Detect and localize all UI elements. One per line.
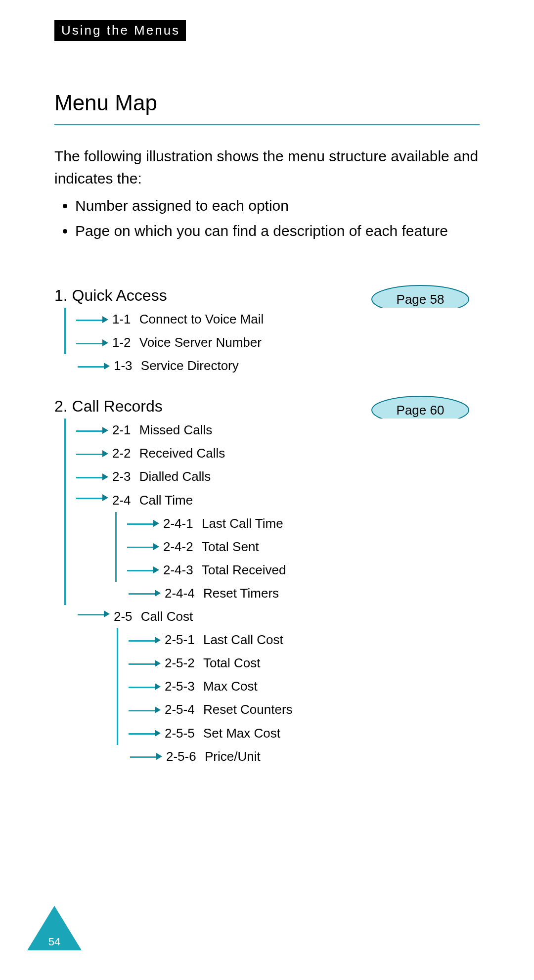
menu-item-label: Call Time xyxy=(139,493,193,508)
menu-item: 2-2 Received Calls xyxy=(78,442,480,465)
menu-item-number: 2-4-4 xyxy=(165,586,195,601)
menu-item: 2-5-1 Last Call Cost xyxy=(130,628,480,652)
menu-item-number: 2-4-2 xyxy=(163,539,193,554)
menu-item-number: 2-5-5 xyxy=(165,726,195,741)
menu-item-label: Received Calls xyxy=(139,446,225,461)
menu-item: 2-5-3 Max Cost xyxy=(130,675,480,698)
bullet-item: Page on which you can find a description… xyxy=(75,220,480,242)
menu-item: 2-5-5 Set Max Cost xyxy=(130,722,480,745)
menu-item: 2-5-6 Price/Unit xyxy=(117,745,480,768)
menu-item-label: Total Received xyxy=(202,562,286,577)
menu-item: 2-4 Call Time 2-4-1 Last Call Time 2-4-2… xyxy=(78,489,480,605)
menu-tree: 1-1 Connect to Voice Mail 1-2 Voice Serv… xyxy=(64,308,480,377)
menu-item-number: 1-1 xyxy=(112,312,131,327)
menu-item-label: Dialled Calls xyxy=(139,469,211,484)
menu-item: 2-3 Dialled Calls xyxy=(78,465,480,488)
menu-item-label: Total Cost xyxy=(203,655,261,670)
menu-item-number: 2-5-2 xyxy=(165,655,195,670)
menu-item: 1-2 Voice Server Number xyxy=(78,331,480,354)
menu-item: 1-1 Connect to Voice Mail xyxy=(78,308,480,331)
menu-subtree: 2-5-1 Last Call Cost 2-5-2 Total Cost 2-… xyxy=(117,628,480,768)
menu-item-label: Price/Unit xyxy=(205,749,261,764)
menu-section-quick-access: Page 58 1. Quick Access 1-1 Connect to V… xyxy=(54,286,480,377)
menu-item-number: 2-4 xyxy=(112,493,131,508)
menu-item: 2-4-2 Total Sent xyxy=(129,535,480,559)
intro-text: The following illustration shows the men… xyxy=(54,145,480,189)
menu-item-number: 2-2 xyxy=(112,446,131,461)
menu-item-number: 2-4-3 xyxy=(163,562,193,577)
menu-item-label: Call Cost xyxy=(141,609,193,624)
menu-item-label: Reset Counters xyxy=(203,702,293,717)
menu-item: 2-4-4 Reset Timers xyxy=(115,582,480,605)
menu-item-label: Max Cost xyxy=(203,679,258,694)
menu-item-label: Connect to Voice Mail xyxy=(139,312,264,327)
menu-item-label: Last Call Time xyxy=(202,516,283,531)
menu-item: 1-3 Service Directory xyxy=(64,354,480,377)
menu-section-call-records: Page 60 2. Call Records 2-1 Missed Calls… xyxy=(54,397,480,768)
menu-item-number: 2-4-1 xyxy=(163,516,193,531)
menu-item: 2-5-4 Reset Counters xyxy=(130,698,480,721)
page-number: 54 xyxy=(27,935,82,948)
page-title: Menu Map xyxy=(54,91,480,115)
menu-item-label: Set Max Cost xyxy=(203,726,280,741)
menu-item: 2-1 Missed Calls xyxy=(78,419,480,442)
title-underline xyxy=(54,124,480,125)
menu-item-label: Reset Timers xyxy=(203,586,279,601)
menu-subtree: 2-4-1 Last Call Time 2-4-2 Total Sent 2-… xyxy=(115,512,480,605)
menu-item-number: 2-1 xyxy=(112,422,131,437)
menu-item-number: 2-5-4 xyxy=(165,702,195,717)
section-header-tag: Using the Menus xyxy=(54,20,186,41)
menu-item-number: 2-3 xyxy=(112,469,131,484)
document-page: Using the Menus Menu Map The following i… xyxy=(0,0,534,768)
intro-bullets: Number assigned to each option Page on w… xyxy=(54,194,480,242)
menu-item: 2-5-2 Total Cost xyxy=(130,652,480,675)
menu-item-number: 2-5-3 xyxy=(165,679,195,694)
menu-item-number: 1-3 xyxy=(114,358,133,373)
menu-item: 2-5 Call Cost 2-5-1 Last Call Cost 2-5-2… xyxy=(64,605,480,768)
menu-item-number: 2-5-1 xyxy=(165,632,195,647)
menu-tree: 2-1 Missed Calls 2-2 Received Calls 2-3 … xyxy=(64,419,480,768)
menu-item-label: Service Directory xyxy=(141,358,239,373)
menu-item-number: 1-2 xyxy=(112,335,131,350)
menu-item-label: Total Sent xyxy=(202,539,259,554)
bullet-item: Number assigned to each option xyxy=(75,194,480,217)
menu-item-label: Missed Calls xyxy=(139,422,212,437)
menu-item-label: Voice Server Number xyxy=(139,335,262,350)
menu-item-label: Last Call Cost xyxy=(203,632,283,647)
menu-item: 2-4-1 Last Call Time xyxy=(129,512,480,535)
menu-item-number: 2-5-6 xyxy=(166,749,196,764)
menu-item-number: 2-5 xyxy=(114,609,133,624)
menu-item: 2-4-3 Total Received xyxy=(129,559,480,582)
